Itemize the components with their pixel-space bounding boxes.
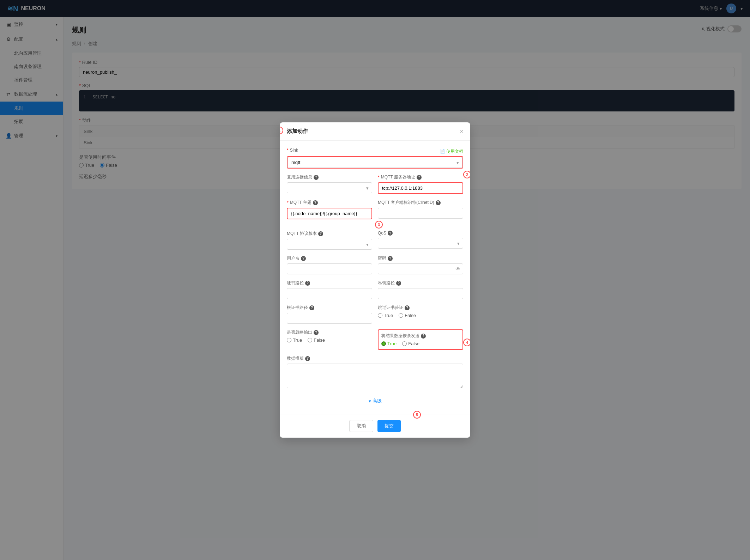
doc-link-text: 使用文档 xyxy=(446,148,463,154)
mqtt-server-label: MQTT 服务器地址 ? xyxy=(378,174,463,180)
mqtt-protocol-label: MQTT 协议版本 ? xyxy=(287,231,372,237)
skip-cert-false[interactable]: False xyxy=(399,313,416,318)
password-field: 密码 ? 👁 xyxy=(378,255,463,274)
sink-select-wrap: mqtt xyxy=(287,156,463,169)
ignore-output-false[interactable]: False xyxy=(308,337,325,343)
data-template-input[interactable] xyxy=(287,364,463,388)
ca-path-field: 根证书路径 ? xyxy=(287,305,372,324)
reuse-conn-help[interactable]: ? xyxy=(314,175,319,180)
mqtt-topic-help[interactable]: ? xyxy=(313,200,318,205)
modal-overlay: 1 添加动作 × Sink 📄 使用文档 mqtt xyxy=(0,0,750,560)
skip-cert-label: 跳过证书验证 ? xyxy=(378,305,463,311)
password-wrap: 👁 xyxy=(378,263,463,274)
mqtt-topic-input[interactable] xyxy=(287,208,372,219)
ca-path-help[interactable]: ? xyxy=(309,305,314,310)
data-template-label: 数据模版 ? xyxy=(287,355,463,361)
sink-label: Sink xyxy=(287,148,298,153)
send-conditions-radio-group: True False xyxy=(381,341,460,346)
send-conditions-false[interactable]: False xyxy=(402,341,419,346)
username-label: 用户名 ? xyxy=(287,255,372,261)
row-ignore-send: 4 是否忽略输出 ? True False xyxy=(287,329,463,355)
ca-path-label: 根证书路径 ? xyxy=(287,305,372,311)
cert-path-input[interactable] xyxy=(287,288,372,299)
cert-path-label: 证书路径 ? xyxy=(287,280,372,286)
mqtt-server-input[interactable]: tcp://127.0.0.1:1883 xyxy=(378,182,463,194)
password-label: 密码 ? xyxy=(378,255,463,261)
sink-header: Sink 📄 使用文档 xyxy=(287,148,463,155)
ca-path-input[interactable] xyxy=(287,313,372,324)
send-conditions-help[interactable]: ? xyxy=(421,334,426,339)
ignore-output-label: 是否忽略输出 ? xyxy=(287,329,372,335)
mqtt-clientid-input[interactable] xyxy=(378,208,463,219)
mqtt-topic-label: MQTT 主题 ? xyxy=(287,200,372,206)
annotation-2: 2 xyxy=(463,171,470,178)
modal-footer: 5 取消 提交 xyxy=(280,414,470,438)
qos-label: QoS ? xyxy=(378,231,463,236)
ignore-output-radio-group: True False xyxy=(287,337,372,343)
annotation-4: 4 xyxy=(463,339,470,346)
mqtt-protocol-help[interactable]: ? xyxy=(318,231,323,236)
row-cert-key: 证书路径 ? 私钥路径 ? xyxy=(287,280,463,305)
mqtt-protocol-select-wrap xyxy=(287,239,372,250)
row-protocol-qos: MQTT 协议版本 ? QoS ? xyxy=(287,231,463,255)
mqtt-clientid-label: MQTT 客户端标识符(ClinetID) ? xyxy=(378,200,463,206)
qos-field: QoS ? xyxy=(378,231,463,250)
skip-cert-true[interactable]: True xyxy=(378,313,393,318)
private-key-label: 私钥路径 ? xyxy=(378,280,463,286)
add-action-modal: 1 添加动作 × Sink 📄 使用文档 mqtt xyxy=(280,122,470,438)
submit-button[interactable]: 提交 xyxy=(377,420,401,432)
row-user-pass: 用户名 ? 密码 ? 👁 xyxy=(287,255,463,280)
mqtt-clientid-field: MQTT 客户端标识符(ClinetID) ? xyxy=(378,200,463,219)
cert-path-field: 证书路径 ? xyxy=(287,280,372,299)
modal-title: 添加动作 xyxy=(287,128,308,135)
skip-cert-radio-group: True False xyxy=(378,313,463,318)
mqtt-server-field: 2 MQTT 服务器地址 ? tcp://127.0.0.1:1883 xyxy=(378,174,463,194)
ignore-output-true[interactable]: True xyxy=(287,337,302,343)
ignore-output-field: 是否忽略输出 ? True False xyxy=(287,329,372,350)
sink-select[interactable]: mqtt xyxy=(288,157,462,168)
modal-body: Sink 📄 使用文档 mqtt 复用连接信息 ? xyxy=(280,141,470,414)
username-help[interactable]: ? xyxy=(301,256,306,261)
mqtt-protocol-field: MQTT 协议版本 ? xyxy=(287,231,372,250)
private-key-input[interactable] xyxy=(378,288,463,299)
username-field: 用户名 ? xyxy=(287,255,372,274)
send-conditions-label: 将结果数据按条发送 ? xyxy=(381,333,460,339)
reuse-conn-field: 复用连接信息 ? xyxy=(287,174,372,194)
reuse-conn-select-wrap xyxy=(287,182,372,193)
close-button[interactable]: × xyxy=(460,128,463,135)
advanced-chevron: ▾ xyxy=(369,398,371,404)
mqtt-clientid-help[interactable]: ? xyxy=(436,200,441,205)
private-key-field: 私钥路径 ? xyxy=(378,280,463,299)
skip-cert-help[interactable]: ? xyxy=(405,305,410,310)
mqtt-server-help[interactable]: ? xyxy=(417,175,422,180)
mqtt-protocol-select[interactable] xyxy=(287,239,372,250)
ignore-output-help[interactable]: ? xyxy=(314,330,319,335)
doc-link[interactable]: 📄 使用文档 xyxy=(440,148,463,154)
username-input[interactable] xyxy=(287,263,372,274)
password-input[interactable] xyxy=(378,263,463,274)
password-eye-icon[interactable]: 👁 xyxy=(455,266,460,272)
advanced-label: 高级 xyxy=(373,398,382,404)
send-conditions-field: 将结果数据按条发送 ? True False xyxy=(378,329,463,350)
annotation-5: 5 xyxy=(413,411,421,419)
row-ca-skip: 根证书路径 ? 跳过证书验证 ? True xyxy=(287,305,463,329)
reuse-conn-select[interactable] xyxy=(287,182,372,193)
data-template-help[interactable]: ? xyxy=(305,356,310,361)
cancel-button[interactable]: 取消 xyxy=(349,420,373,432)
doc-icon: 📄 xyxy=(440,149,445,154)
qos-help[interactable]: ? xyxy=(388,231,393,236)
cert-path-help[interactable]: ? xyxy=(305,281,310,286)
mqtt-topic-field: MQTT 主题 ? xyxy=(287,200,372,219)
row-topic-clientid: 3 MQTT 主题 ? MQTT 客户端标识符(ClinetID) ? xyxy=(287,200,463,225)
data-template-field: 数据模版 ? xyxy=(287,355,463,389)
skip-cert-field: 跳过证书验证 ? True False xyxy=(378,305,463,324)
send-conditions-true[interactable]: True xyxy=(381,341,397,346)
sink-field: Sink 📄 使用文档 mqtt xyxy=(287,148,463,169)
qos-select-wrap xyxy=(378,238,463,249)
advanced-link[interactable]: ▾ 高级 xyxy=(287,395,463,407)
modal-header: 添加动作 × xyxy=(280,122,470,141)
private-key-help[interactable]: ? xyxy=(396,281,401,286)
qos-select[interactable] xyxy=(378,238,463,249)
password-help[interactable]: ? xyxy=(388,256,393,261)
row-reuse-server: 复用连接信息 ? 2 MQTT 服务器地址 xyxy=(287,174,463,200)
